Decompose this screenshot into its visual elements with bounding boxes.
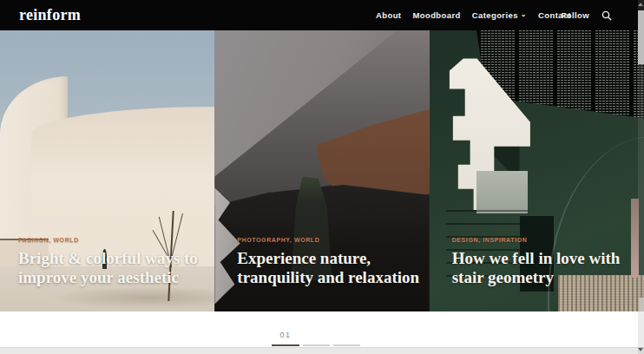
footer-strip [0, 347, 644, 354]
chevron-down-icon: ⌄ [521, 11, 527, 18]
category-tag[interactable]: PHOTOGRAPHY, WORLD [237, 237, 319, 243]
slide-caption: PHOTOGRAPHY, WORLD Experience nature, tr… [237, 230, 419, 287]
slide-photography[interactable]: PHOTOGRAPHY, WORLD Experience nature, tr… [214, 30, 429, 311]
scrollbar-thumb[interactable] [638, 10, 644, 64]
category-tag[interactable]: FASHION, WORLD [18, 237, 79, 243]
category-tag[interactable]: DESIGN, INSPIRATION [452, 237, 528, 243]
scroll-up-arrow-icon[interactable] [638, 3, 643, 6]
search-icon[interactable] [601, 10, 612, 21]
pagination-dash-3[interactable] [333, 344, 360, 346]
article-title[interactable]: How we fell in love with stair geometry [452, 249, 621, 287]
slide-caption: FASHION, WORLD Bright & colorful ways to… [18, 230, 198, 287]
pagination-dash-1[interactable] [272, 344, 299, 346]
slider-pagination: 01 [0, 311, 644, 348]
nav-item-categories[interactable]: Categories ⌄ [472, 10, 527, 20]
site-header: reinform About Moodboard Categories ⌄ Co… [0, 0, 644, 30]
pagination-dash-2[interactable] [303, 344, 330, 346]
scroll-down-arrow-icon[interactable] [638, 348, 643, 351]
nav-item-about[interactable]: About [376, 10, 401, 20]
main-nav: About Moodboard Categories ⌄ Contact [376, 0, 571, 30]
site-logo[interactable]: reinform [19, 6, 81, 24]
scrollbar[interactable] [638, 0, 644, 354]
slide-fashion[interactable]: FASHION, WORLD Bright & colorful ways to… [0, 30, 214, 311]
header-right: Follow [562, 0, 612, 30]
slide-design[interactable]: DESIGN, INSPIRATION How we fell in love … [430, 30, 644, 311]
current-slide-number: 01 [272, 331, 299, 339]
article-title[interactable]: Experience nature, tranquility and relax… [237, 249, 419, 287]
follow-link[interactable]: Follow [562, 10, 589, 20]
article-title[interactable]: Bright & colorful ways to improve your a… [18, 249, 198, 287]
slide-caption: DESIGN, INSPIRATION How we fell in love … [452, 230, 621, 287]
nav-item-moodboard[interactable]: Moodboard [412, 10, 460, 20]
slider: FASHION, WORLD Bright & colorful ways to… [0, 30, 644, 311]
pagination-indicators [272, 344, 360, 346]
